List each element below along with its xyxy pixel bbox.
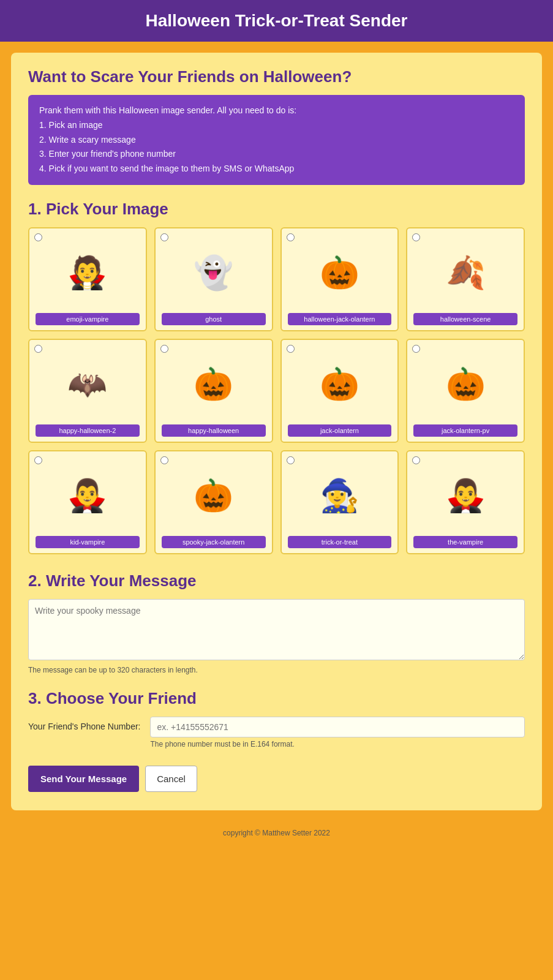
image-icon-happy-halloween: 🎃	[162, 351, 266, 418]
image-label-happy-halloween: happy-halloween	[162, 424, 266, 437]
intro-steps: 1. Pick an image2. Write a scary message…	[39, 118, 514, 176]
image-label-the-vampire: the-vampire	[413, 536, 517, 548]
image-radio-ghost[interactable]	[160, 233, 168, 241]
image-icon-halloween-scene: 🍂	[413, 239, 517, 307]
char-hint: The message can be up to 320 characters …	[28, 666, 525, 674]
image-label-jack-olantern: jack-olantern	[288, 424, 392, 437]
image-radio-happy-halloween[interactable]	[160, 345, 168, 353]
image-card-the-vampire: 🧛‍♂️the-vampire	[406, 450, 525, 554]
image-radio-jack-olantern-pv[interactable]	[412, 345, 420, 353]
image-icon-jack-olantern-pv: 🎃	[413, 351, 517, 418]
footer: copyright © Matthew Setter 2022	[0, 821, 553, 842]
phone-input[interactable]	[150, 717, 525, 737]
image-grid: 🧛emoji-vampire👻ghost🎃halloween-jack-olan…	[28, 227, 525, 554]
image-radio-spooky-jack-olantern[interactable]	[160, 456, 168, 464]
image-card-halloween-jack-olantern: 🎃halloween-jack-olantern	[280, 227, 399, 331]
image-card-kid-vampire: 🧛‍♂️kid-vampire	[28, 450, 147, 554]
image-label-ghost: ghost	[162, 313, 266, 325]
image-card-jack-olantern: 🎃jack-olantern	[280, 339, 399, 443]
image-card-trick-or-treat: 🧙‍♀️trick-or-treat	[280, 450, 399, 554]
section2-title: 2. Write Your Message	[28, 571, 525, 590]
image-label-kid-vampire: kid-vampire	[36, 536, 140, 548]
button-row: Send Your Message Cancel	[28, 766, 525, 792]
image-card-halloween-scene: 🍂halloween-scene	[406, 227, 525, 331]
image-label-halloween-scene: halloween-scene	[413, 313, 517, 325]
intro-heading: Want to Scare Your Friends on Halloween?	[28, 67, 525, 86]
image-icon-emoji-vampire: 🧛	[36, 239, 140, 307]
phone-label: Your Friend's Phone Number:	[28, 717, 140, 731]
phone-input-wrap: The phone number must be in E.164 format…	[150, 717, 525, 748]
image-label-happy-halloween-2: happy-halloween-2	[36, 424, 140, 437]
intro-description: Prank them with this Halloween image sen…	[39, 104, 514, 118]
friend-section: 3. Choose Your Friend Your Friend's Phon…	[28, 689, 525, 748]
image-card-emoji-vampire: 🧛emoji-vampire	[28, 227, 147, 331]
image-label-spooky-jack-olantern: spooky-jack-olantern	[162, 536, 266, 548]
intro-step: 3. Enter your friend's phone number	[39, 147, 514, 162]
image-radio-jack-olantern[interactable]	[287, 345, 295, 353]
image-icon-ghost: 👻	[162, 239, 266, 307]
image-icon-kid-vampire: 🧛‍♂️	[36, 462, 140, 530]
image-radio-trick-or-treat[interactable]	[287, 456, 295, 464]
image-label-halloween-jack-olantern: halloween-jack-olantern	[288, 313, 392, 325]
image-radio-kid-vampire[interactable]	[34, 456, 42, 464]
image-radio-emoji-vampire[interactable]	[34, 233, 42, 241]
phone-hint: The phone number must be in E.164 format…	[150, 740, 525, 748]
message-textarea[interactable]	[28, 599, 525, 660]
image-radio-happy-halloween-2[interactable]	[34, 345, 42, 353]
image-radio-the-vampire[interactable]	[412, 456, 420, 464]
image-card-happy-halloween: 🎃happy-halloween	[154, 339, 273, 443]
main-container: Want to Scare Your Friends on Halloween?…	[11, 53, 542, 810]
send-button[interactable]: Send Your Message	[28, 766, 139, 792]
section3-title: 3. Choose Your Friend	[28, 689, 525, 708]
section1-title: 1. Pick Your Image	[28, 200, 525, 219]
page-header: Halloween Trick-or-Treat Sender	[0, 0, 553, 42]
image-radio-halloween-scene[interactable]	[412, 233, 420, 241]
intro-step: 4. Pick if you want to send the image to…	[39, 162, 514, 176]
image-icon-the-vampire: 🧛‍♂️	[413, 462, 517, 530]
cancel-button[interactable]: Cancel	[145, 766, 197, 792]
image-card-jack-olantern-pv: 🎃jack-olantern-pv	[406, 339, 525, 443]
image-label-emoji-vampire: emoji-vampire	[36, 313, 140, 325]
message-section: 2. Write Your Message The message can be…	[28, 571, 525, 674]
image-label-jack-olantern-pv: jack-olantern-pv	[413, 424, 517, 437]
image-radio-halloween-jack-olantern[interactable]	[287, 233, 295, 241]
image-icon-happy-halloween-2: 🦇	[36, 351, 140, 418]
friend-row: Your Friend's Phone Number: The phone nu…	[28, 717, 525, 748]
image-icon-spooky-jack-olantern: 🎃	[162, 462, 266, 530]
intro-box: Prank them with this Halloween image sen…	[28, 95, 525, 185]
image-icon-halloween-jack-olantern: 🎃	[288, 239, 392, 307]
intro-step: 1. Pick an image	[39, 118, 514, 133]
page-title: Halloween Trick-or-Treat Sender	[12, 11, 541, 31]
image-card-ghost: 👻ghost	[154, 227, 273, 331]
image-card-happy-halloween-2: 🦇happy-halloween-2	[28, 339, 147, 443]
image-icon-trick-or-treat: 🧙‍♀️	[288, 462, 392, 530]
footer-text: copyright © Matthew Setter 2022	[223, 829, 330, 837]
image-icon-jack-olantern: 🎃	[288, 351, 392, 418]
image-label-trick-or-treat: trick-or-treat	[288, 536, 392, 548]
intro-step: 2. Write a scary message	[39, 133, 514, 148]
image-card-spooky-jack-olantern: 🎃spooky-jack-olantern	[154, 450, 273, 554]
